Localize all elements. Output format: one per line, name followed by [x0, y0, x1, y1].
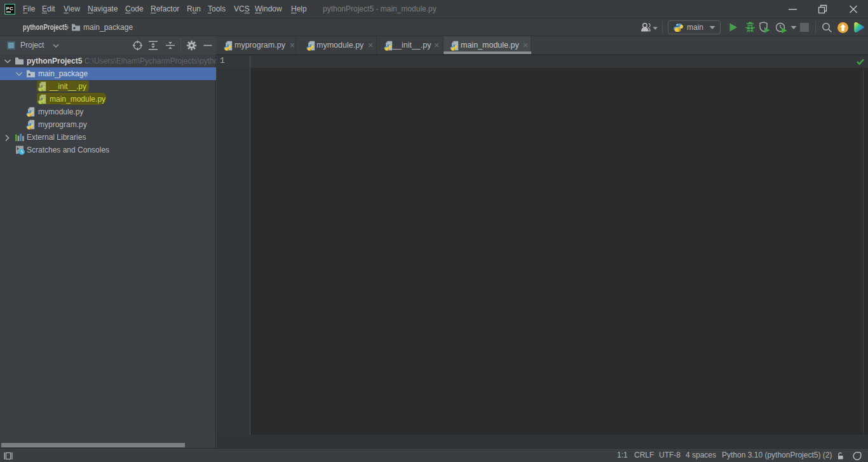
svg-text:PC: PC [6, 6, 13, 11]
